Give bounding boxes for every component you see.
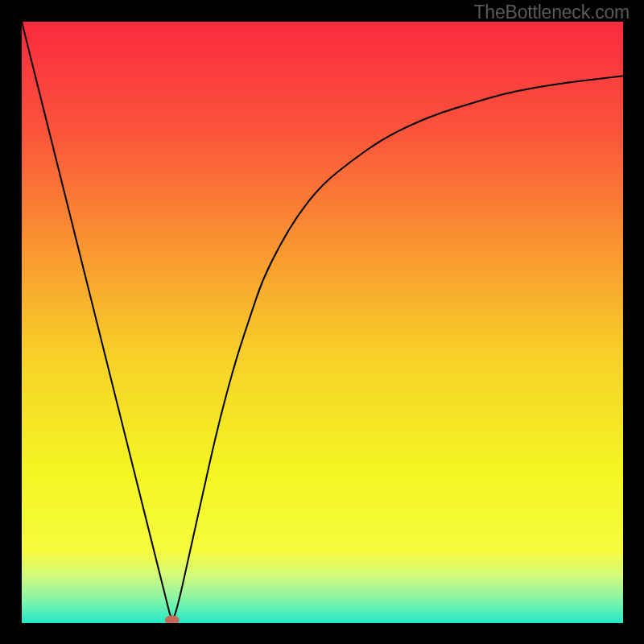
- chart-background: [22, 22, 623, 623]
- chart-plot-area: [22, 22, 623, 623]
- bottleneck-curve-chart: [22, 22, 623, 623]
- watermark-label: TheBottleneck.com: [474, 2, 630, 23]
